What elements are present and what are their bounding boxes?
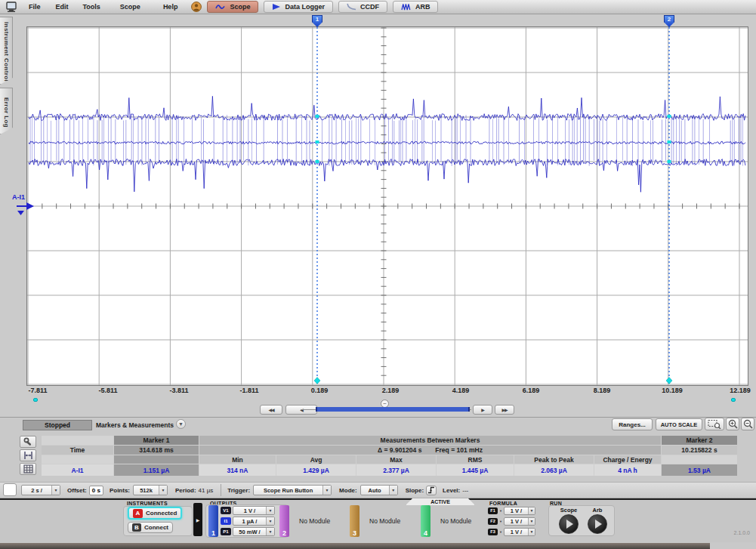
x-tick: 6.189 [508,387,554,394]
triangle-down-icon: ▼ [499,520,502,523]
chevron-down-icon: ▼ [266,507,274,514]
empty-cell [662,455,737,464]
f2-scale-value: 1 V / [505,518,528,525]
trigger-label: Trigger: [227,487,250,494]
pan-thumb[interactable] [316,407,470,412]
menu-help[interactable]: Help [160,2,181,12]
timebase-controls: 2 s /▼ Offset: 0 s Points: 512k▼ Period:… [21,483,468,497]
x-tick: 12.189 [717,387,756,394]
formula-row-f2: F2▼ 1 V /▼ [488,517,535,526]
x-tick: -7.811 [15,387,60,394]
zoom-in-button[interactable] [726,418,739,430]
f2-scale-dropdown[interactable]: 1 V /▼ [504,517,535,526]
x-tick: 0.189 [297,387,342,394]
col-header-max: Max [356,455,436,464]
marker1-flag[interactable]: 1 [312,15,322,27]
channel1-bar[interactable]: 1 [208,505,218,537]
pan-rewind-button[interactable]: ◀◀ [260,405,282,415]
offset-label: Offset: [67,487,87,494]
tab-scope-label: Scope [230,3,250,11]
x-tick: -5.811 [85,387,131,394]
autoscale-button[interactable]: AUTO SCALE [656,418,702,430]
ranges-button[interactable]: Ranges... [612,418,653,430]
i1-scale-dropdown[interactable]: 1 µA /▼ [233,517,275,526]
points-label: Points: [110,487,130,494]
run-arb-button[interactable] [588,514,607,534]
marker2-flag[interactable]: 2 [664,15,674,27]
timebase-corner-button[interactable] [3,483,17,496]
markers-measurements-label: Markers & Measurements [96,421,174,429]
panel-chevron-button[interactable]: ▼ [176,419,186,429]
f3-scale-value: 1 V / [505,529,528,535]
run-scope-label: Scope [554,507,583,514]
peak-to-peak-value: 2.063 µA [514,464,594,476]
menu-tools[interactable]: Tools [80,2,103,12]
user-icon[interactable] [191,2,202,12]
p1-scale-dropdown[interactable]: 50 mW /▼ [233,527,275,536]
run-scope-button[interactable] [559,514,579,534]
sidebar-tab-instrument-control-label: Instrument Control [3,19,10,82]
zoom-region-button[interactable] [705,418,724,430]
tab-scope[interactable]: Scope [207,1,258,13]
channel-reference-label[interactable]: A-I1 [12,193,25,201]
zoom-out-button[interactable] [741,418,754,430]
f1-scale-dropdown[interactable]: 1 V /▼ [504,507,535,515]
timescale-value: 2 s / [22,486,51,495]
markers-toggle-button[interactable] [20,449,36,461]
tab-arb[interactable]: ARB [393,1,439,13]
slope-label: Slope: [406,487,424,494]
menu-bar: File Edit Tools Scope Help Scope Data Lo… [0,0,756,14]
instrument-a-connected-button[interactable]: A Connected [128,507,182,520]
measurement-setup-button[interactable] [20,436,36,448]
run-state-indicator: Stopped [23,420,92,430]
menu-file[interactable]: File [26,2,44,12]
points-dropdown[interactable]: 512k▼ [133,485,168,495]
channel-row-label[interactable]: A-I1 [42,464,113,476]
col-header-charge-energy: Charge / Energy [594,455,661,464]
channel3-bar[interactable]: 3 [350,505,359,537]
period-value: 41 µs [199,487,214,494]
channel2-bar[interactable]: 2 [279,505,289,537]
panel-separator[interactable]: ▶ [193,503,202,536]
trigger-source-dropdown[interactable]: Scope Run Button▼ [253,485,332,495]
menu-edit[interactable]: Edit [53,2,72,12]
pan-forward-button[interactable]: ▶ [473,405,492,415]
tab-data-logger[interactable]: Data Logger [264,1,333,13]
chevron-down-icon: ▼ [51,486,60,495]
delta-value: Δ = 9.901204 s [378,446,421,454]
marker2-flag-label: 2 [668,16,671,26]
menu-scope[interactable]: Scope [117,2,143,12]
separator-arrow-icon: ▶ [196,517,200,523]
x-tick: 2.189 [368,387,413,394]
offset-value[interactable]: 0 s [89,486,103,495]
zoom-in-icon [728,419,738,429]
tab-ccdf[interactable]: CCDF [338,1,387,13]
charge-energy-value: 4 nA h [594,464,661,476]
triangle-down-icon: ▼ [499,509,502,513]
scope-plot[interactable] [26,26,748,386]
chevron-down-icon: ▼ [528,529,535,535]
chevron-down-icon: ▼ [528,507,535,514]
formula-row-f3: F3▼ 1 V /▼ [488,527,535,536]
instrument-a-badge: A [133,509,143,518]
table-corner [42,436,113,445]
window-bottom-edge [0,543,710,549]
sidebar-tab-error-log[interactable]: Error Log [0,88,13,134]
v1-scale-dropdown[interactable]: 1 V /▼ [233,506,275,515]
grid-view-button[interactable] [20,463,36,475]
f1-badge: F1 [488,507,498,514]
channel4-bar[interactable]: 4 [421,505,430,537]
instrument-b-connect-button[interactable]: B Connect [128,522,173,533]
f3-scale-dropdown[interactable]: 1 V /▼ [504,528,535,536]
pan-fast-forward-button[interactable]: ▶▶ [495,405,514,415]
trigger-mode-dropdown[interactable]: Auto▼ [360,485,398,495]
sidebar-tab-instrument-control[interactable]: Instrument Control [0,17,13,85]
timescale-dropdown[interactable]: 2 s /▼ [21,485,60,495]
x-tick: -3.811 [156,387,202,394]
slope-edge-button[interactable] [426,486,437,495]
p1-scale-value: 50 mW / [233,528,266,535]
toolbar-divider [221,484,221,496]
wrench-icon [23,437,33,446]
active-tab[interactable]: ACTIVE [406,498,475,505]
play-icon [272,3,281,11]
